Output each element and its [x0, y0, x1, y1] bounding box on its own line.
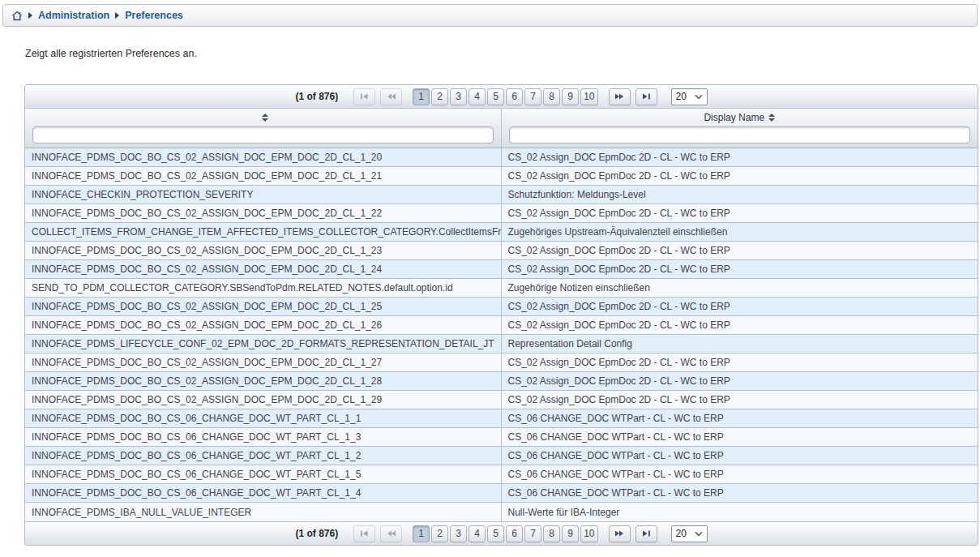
display-name-cell: Representation Detail Config — [502, 335, 978, 353]
column-header-display-name: Display Name — [502, 109, 978, 148]
page-button-8[interactable]: 8 — [543, 525, 560, 542]
seek-first-icon — [360, 529, 369, 538]
breadcrumb-item-preferences[interactable]: Preferences — [125, 10, 183, 21]
table-row[interactable]: INNOFACE_PDMS_DOC_BO_CS_02_ASSIGN_DOC_EP… — [25, 353, 978, 372]
display-name-cell: Zugehörige Notizen einschließen — [502, 279, 978, 297]
last-page-button[interactable] — [636, 88, 657, 105]
preference-name-cell: INNOFACE_CHECKIN_PROTECTION_SEVERITY — [25, 186, 502, 204]
display-name-filter-input[interactable] — [509, 126, 971, 144]
preference-name-cell: INNOFACE_PDMS_DOC_BO_CS_02_ASSIGN_DOC_EP… — [25, 204, 502, 222]
display-name-cell: CS_02 Assign_DOC EpmDoc 2D - CL - WC to … — [502, 372, 978, 390]
table-row[interactable]: INNOFACE_PDMS_DOC_BO_CS_06_CHANGE_DOC_WT… — [25, 447, 978, 465]
previous-page-button — [380, 525, 402, 542]
display-name-cell: Zugehöriges Upstream-Äquivalenzteil eins… — [502, 223, 978, 241]
seek-prev-icon — [387, 92, 396, 101]
breadcrumb-separator-icon — [28, 12, 32, 19]
page-button-4[interactable]: 4 — [469, 88, 486, 105]
sort-toggle-name[interactable] — [25, 110, 501, 125]
table-row[interactable]: INNOFACE_PDMS_DOC_BO_CS_02_ASSIGN_DOC_EP… — [25, 316, 978, 335]
display-name-cell: CS_02 Assign_DOC EpmDoc 2D - CL - WC to … — [502, 316, 978, 334]
table-row[interactable]: INNOFACE_PDMS_DOC_BO_CS_02_ASSIGN_DOC_EP… — [25, 204, 978, 223]
preferences-table-panel: (1 of 876)1234567891020 Display Name INN… — [24, 84, 978, 546]
preference-name-cell: INNOFACE_PDMS_DOC_BO_CS_06_CHANGE_DOC_WT… — [25, 447, 502, 465]
page-button-5[interactable]: 5 — [487, 525, 504, 542]
table-row[interactable]: INNOFACE_PDMS_DOC_BO_CS_02_ASSIGN_DOC_EP… — [25, 298, 978, 316]
page-button-6[interactable]: 6 — [506, 525, 523, 542]
page-button-9[interactable]: 9 — [562, 525, 579, 542]
page-button-3[interactable]: 3 — [450, 525, 467, 542]
table-row[interactable]: COLLECT_ITEMS_FROM_CHANGE_ITEM_AFFECTED_… — [25, 223, 978, 242]
preference-name-cell: INNOFACE_PDMS_LIFECYCLE_CONF_02_EPM_DOC_… — [25, 335, 502, 353]
seek-last-icon — [642, 529, 651, 538]
preference-name-cell: INNOFACE_PDMS_DOC_BO_CS_06_CHANGE_DOC_WT… — [25, 428, 502, 446]
page-button-6[interactable]: 6 — [506, 88, 523, 105]
next-page-button[interactable] — [609, 88, 631, 105]
sort-up-down-icon — [768, 114, 775, 122]
page-button-2[interactable]: 2 — [431, 525, 448, 542]
preference-name-cell: INNOFACE_PDMS_DOC_BO_CS_02_ASSIGN_DOC_EP… — [25, 391, 502, 409]
display-name-cell: CS_06 CHANGE_DOC WTPart - CL - WC to ERP — [502, 428, 978, 446]
preference-name-cell: INNOFACE_PDMS_DOC_BO_CS_02_ASSIGN_DOC_EP… — [25, 242, 502, 259]
page-button-7[interactable]: 7 — [524, 525, 541, 542]
page-button-10[interactable]: 10 — [580, 525, 597, 542]
display-name-cell: CS_02 Assign_DOC EpmDoc 2D - CL - WC to … — [502, 260, 978, 278]
preference-name-cell: INNOFACE_PDMS_DOC_BO_CS_02_ASSIGN_DOC_EP… — [25, 372, 502, 390]
breadcrumb-separator-icon — [115, 12, 119, 19]
preference-name-cell: INNOFACE_PDMS_IBA_NULL_VALUE_INTEGER — [25, 503, 502, 521]
rows-per-page-dropdown[interactable]: 20 — [671, 88, 708, 105]
page-button-1[interactable]: 1 — [413, 525, 430, 542]
first-page-button — [353, 525, 375, 542]
preference-name-cell: INNOFACE_PDMS_DOC_BO_CS_06_CHANGE_DOC_WT… — [25, 409, 502, 427]
page-button-10[interactable]: 10 — [580, 88, 597, 105]
page-button-1[interactable]: 1 — [413, 88, 430, 105]
page-button-8[interactable]: 8 — [543, 88, 560, 105]
preference-name-cell: INNOFACE_PDMS_DOC_BO_CS_02_ASSIGN_DOC_EP… — [25, 148, 502, 166]
preference-name-cell: INNOFACE_PDMS_DOC_BO_CS_06_CHANGE_DOC_WT… — [25, 465, 502, 483]
chevron-down-icon — [695, 531, 703, 537]
home-icon[interactable] — [11, 11, 23, 21]
table-row[interactable]: INNOFACE_PDMS_DOC_BO_CS_06_CHANGE_DOC_WT… — [25, 484, 978, 503]
rows-per-page-dropdown[interactable]: 20 — [671, 525, 708, 542]
table-row[interactable]: INNOFACE_PDMS_DOC_BO_CS_02_ASSIGN_DOC_EP… — [25, 148, 978, 167]
display-name-cell: CS_02 Assign_DOC EpmDoc 2D - CL - WC to … — [502, 298, 978, 315]
seek-first-icon — [360, 92, 369, 101]
table-row[interactable]: INNOFACE_PDMS_DOC_BO_CS_02_ASSIGN_DOC_EP… — [25, 242, 978, 260]
page-button-2[interactable]: 2 — [431, 88, 448, 105]
table-row[interactable]: INNOFACE_PDMS_DOC_BO_CS_02_ASSIGN_DOC_EP… — [25, 391, 978, 409]
page-button-3[interactable]: 3 — [450, 88, 467, 105]
table-body: INNOFACE_PDMS_DOC_BO_CS_02_ASSIGN_DOC_EP… — [25, 148, 978, 521]
table-row[interactable]: INNOFACE_PDMS_DOC_BO_CS_02_ASSIGN_DOC_EP… — [25, 372, 978, 391]
name-filter-input[interactable] — [32, 126, 494, 144]
preference-name-cell: INNOFACE_PDMS_DOC_BO_CS_02_ASSIGN_DOC_EP… — [25, 353, 502, 371]
rows-per-page-value: 20 — [676, 528, 687, 539]
display-name-cell: CS_02 Assign_DOC EpmDoc 2D - CL - WC to … — [502, 204, 978, 222]
display-name-cell: CS_02 Assign_DOC EpmDoc 2D - CL - WC to … — [502, 148, 978, 166]
page-description: Zeigt alle registrierten Preferences an. — [25, 48, 980, 59]
breadcrumb-item-administration[interactable]: Administration — [38, 10, 109, 21]
table-row[interactable]: INNOFACE_PDMS_DOC_BO_CS_02_ASSIGN_DOC_EP… — [25, 167, 978, 186]
table-row[interactable]: INNOFACE_PDMS_IBA_NULL_VALUE_INTEGERNull… — [25, 503, 978, 521]
table-row[interactable]: INNOFACE_PDMS_LIFECYCLE_CONF_02_EPM_DOC_… — [25, 335, 978, 353]
preference-name-cell: INNOFACE_PDMS_DOC_BO_CS_06_CHANGE_DOC_WT… — [25, 484, 502, 502]
table-row[interactable]: INNOFACE_CHECKIN_PROTECTION_SEVERITYSchu… — [25, 186, 978, 204]
table-row[interactable]: SEND_TO_PDM_COLLECTOR_CATEGORY.SBSendToP… — [25, 279, 978, 298]
first-page-button — [353, 88, 375, 105]
page-button-4[interactable]: 4 — [469, 525, 486, 542]
next-page-button[interactable] — [609, 525, 631, 542]
preference-name-cell: INNOFACE_PDMS_DOC_BO_CS_02_ASSIGN_DOC_EP… — [25, 298, 502, 315]
table-row[interactable]: INNOFACE_PDMS_DOC_BO_CS_02_ASSIGN_DOC_EP… — [25, 260, 978, 279]
chevron-down-icon — [695, 94, 703, 100]
sort-toggle-display-name[interactable]: Display Name — [502, 110, 978, 125]
display-name-cell: CS_06 CHANGE_DOC WTPart - CL - WC to ERP — [502, 447, 978, 465]
column-display-name-label: Display Name — [704, 112, 764, 123]
page-button-5[interactable]: 5 — [487, 88, 504, 105]
sort-up-down-icon — [262, 114, 268, 122]
table-row[interactable]: INNOFACE_PDMS_DOC_BO_CS_06_CHANGE_DOC_WT… — [25, 409, 978, 428]
display-name-cell: CS_02 Assign_DOC EpmDoc 2D - CL - WC to … — [502, 353, 978, 371]
page-button-9[interactable]: 9 — [562, 88, 579, 105]
table-row[interactable]: INNOFACE_PDMS_DOC_BO_CS_06_CHANGE_DOC_WT… — [25, 428, 978, 447]
table-row[interactable]: INNOFACE_PDMS_DOC_BO_CS_06_CHANGE_DOC_WT… — [25, 465, 978, 484]
current-page-report: (1 of 876) — [295, 528, 338, 539]
page-button-7[interactable]: 7 — [524, 88, 541, 105]
last-page-button[interactable] — [636, 525, 657, 542]
